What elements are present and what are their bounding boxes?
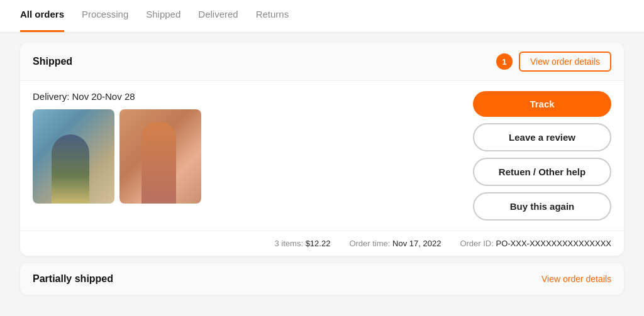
order-id-label: Order ID:	[460, 239, 493, 248]
shipped-order-card: Shipped 1 View order details Delivery: N…	[20, 43, 624, 256]
return-help-button[interactable]: Retuen / Other help	[473, 158, 611, 186]
main-content: Shipped 1 View order details Delivery: N…	[0, 33, 644, 305]
order-time-label: Order time:	[349, 239, 390, 248]
product-image-1[interactable]	[33, 109, 114, 204]
tab-returns[interactable]: Returns	[256, 0, 289, 32]
partial-card-header: Partially shipped View order details	[20, 263, 624, 295]
partial-view-order-details-link[interactable]: View order details	[541, 274, 611, 284]
tab-shipped[interactable]: Shipped	[146, 0, 180, 32]
items-label: 3 items:	[274, 239, 303, 248]
track-button[interactable]: Track	[473, 91, 611, 117]
product-image-2[interactable]	[119, 109, 201, 204]
page-container: All orders Processing Shipped Delivered …	[0, 0, 644, 316]
partial-order-card: Partially shipped View order details	[20, 263, 624, 295]
tab-processing[interactable]: Processing	[82, 0, 128, 32]
order-id-value: PO-XXX-XXXXXXXXXXXXXXX	[496, 239, 611, 248]
items-info: 3 items: $12.22	[274, 239, 330, 248]
card-header-right: 1 View order details	[496, 52, 611, 72]
order-status-label: Shipped	[33, 56, 72, 67]
order-time-info: Order time: Nov 17, 2022	[349, 239, 441, 248]
items-price: $12.22	[306, 239, 331, 248]
delivery-date: Delivery: Nov 20-Nov 28	[33, 91, 460, 102]
partial-order-status-label: Partially shipped	[33, 273, 113, 285]
card-header: Shipped 1 View order details	[20, 43, 624, 81]
card-footer: 3 items: $12.22 Order time: Nov 17, 2022…	[20, 231, 624, 256]
order-time-value: Nov 17, 2022	[392, 239, 441, 248]
product-images	[33, 109, 460, 204]
tabs-bar: All orders Processing Shipped Delivered …	[0, 0, 644, 33]
notification-badge: 1	[496, 53, 513, 70]
view-order-details-button[interactable]: View order details	[519, 52, 611, 72]
tab-all-orders[interactable]: All orders	[20, 0, 64, 32]
card-body-right: Track Leave a review Retuen / Other help…	[473, 91, 611, 221]
card-body-left: Delivery: Nov 20-Nov 28	[33, 91, 460, 204]
card-body: Delivery: Nov 20-Nov 28 Track Leave a re…	[20, 81, 624, 231]
buy-again-button[interactable]: Buy this again	[473, 192, 611, 221]
order-id-info: Order ID: PO-XXX-XXXXXXXXXXXXXXX	[460, 239, 611, 248]
leave-review-button[interactable]: Leave a review	[473, 123, 611, 151]
tab-delivered[interactable]: Delivered	[198, 0, 238, 32]
